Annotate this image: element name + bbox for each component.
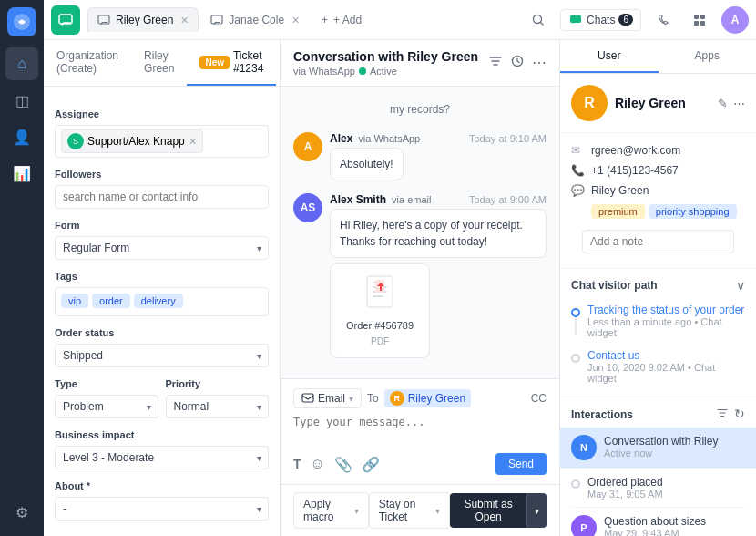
tab-add[interactable]: + + Add (312, 7, 372, 32)
followers-input[interactable] (55, 185, 269, 209)
contact-info: ✉ rgreen@work.com 📞 +1 (415)123-4567 💬 R… (560, 133, 756, 268)
link-icon[interactable]: 🔗 (362, 456, 380, 473)
interactions-title: Interactions (571, 408, 633, 421)
form-label: Form (55, 220, 269, 231)
submit-dropdown-button[interactable]: ▾ (526, 493, 547, 528)
whatsapp-row: 💬 Riley Green (571, 180, 745, 201)
path-link-2[interactable]: Contact us (587, 349, 745, 362)
app-logo[interactable] (7, 7, 36, 36)
path-connector (575, 317, 577, 335)
right-panel-tabs: User Apps (560, 40, 756, 74)
collapse-icon[interactable]: ∨ (736, 278, 745, 293)
user-avatar-top[interactable]: A (721, 6, 749, 34)
interaction-avatar: N (571, 435, 597, 460)
send-button[interactable]: Send (495, 453, 547, 475)
tab-close-btn[interactable]: ✕ (291, 15, 300, 26)
interaction-time: May 31, 9:05 AM (587, 489, 745, 500)
about-select[interactable]: - (55, 497, 269, 521)
reply-cc-button[interactable]: CC (531, 392, 547, 405)
tag-delivery[interactable]: delivery (134, 294, 183, 308)
interactions-list: N Conversation with Riley Active now Ord… (560, 428, 756, 536)
svg-rect-7 (700, 15, 705, 19)
edit-icon[interactable]: ✎ (718, 97, 728, 110)
svg-rect-6 (694, 15, 699, 19)
assignee-label: Assignee (55, 108, 269, 119)
type-select[interactable]: Problem (55, 395, 158, 418)
tab-ticket[interactable]: New Ticket #1234 (187, 40, 276, 86)
path-time-1: Less than a minute ago • Chat widget (587, 316, 745, 338)
interaction-actions: ↻ (716, 407, 745, 422)
tab-label: Riley Green (116, 14, 173, 26)
assignee-field[interactable]: S Support/Alex Knapp ✕ (55, 125, 269, 158)
interaction-item[interactable]: Ordered placed May 31, 9:05 AM (571, 469, 745, 508)
sidebar: ⌂ ◫ 👤 📊 ⚙ (0, 0, 44, 536)
left-panel: Organization (Create) Riley Green New Ti… (44, 40, 281, 536)
contact-more-icon[interactable]: ⋯ (733, 97, 745, 110)
search-button[interactable] (524, 5, 553, 35)
visitor-path-section-header: Chat visitor path ∨ (560, 268, 756, 298)
tabs-bar: Riley Green ✕ Janae Cole ✕ + + Add Chats… (44, 0, 756, 40)
message-header: Alex via WhatsApp Today at 9:10 AM (330, 132, 547, 145)
grid-button[interactable] (685, 5, 714, 35)
tab-user[interactable]: User (560, 40, 659, 73)
sidebar-item-inbox[interactable]: ◫ (5, 84, 38, 117)
stay-chevron-icon: ▾ (435, 506, 440, 516)
conversation-actions: ⋯ (488, 54, 547, 72)
apply-macro-button[interactable]: Apply macro ▾ (293, 492, 369, 529)
chats-button[interactable]: Chats 6 (560, 9, 641, 31)
sidebar-item-home[interactable]: ⌂ (5, 47, 38, 80)
tab-janae-cole[interactable]: Janae Cole ✕ (200, 7, 310, 32)
order-status-label: Order status (55, 327, 269, 338)
path-dot (571, 354, 580, 363)
new-badge: New (199, 56, 230, 69)
message-sender: Alex (330, 132, 352, 145)
tag-vip[interactable]: vip (61, 294, 88, 308)
message-row: A Alex via WhatsApp Today at 9:10 AM Abs… (293, 132, 547, 180)
text-format-icon[interactable]: T (293, 457, 301, 471)
tab-close-btn[interactable]: ✕ (180, 15, 189, 26)
interaction-item-highlighted[interactable]: N Conversation with Riley Active now (560, 428, 756, 469)
interaction-content: Conversation with Riley Active now (604, 435, 745, 459)
submit-button[interactable]: Submit as Open (450, 493, 526, 528)
business-impact-select[interactable]: Level 3 - Moderate (55, 446, 269, 469)
message-time: Today at 9:10 AM (469, 133, 547, 144)
assignee-remove-btn[interactable]: ✕ (189, 136, 197, 148)
interaction-item[interactable]: P Question about sizes May 29, 9:43 AM (571, 508, 745, 536)
filter-interactions-icon[interactable] (716, 407, 729, 422)
tags-field[interactable]: vip order delivery (55, 287, 269, 316)
badge-premium: premium (591, 204, 645, 219)
clock-icon[interactable] (510, 54, 525, 72)
more-icon[interactable]: ⋯ (532, 54, 547, 72)
tag-order[interactable]: order (92, 294, 130, 308)
filter-icon[interactable] (488, 54, 503, 72)
reply-input[interactable] (293, 416, 547, 445)
form-select[interactable]: Regular Form (55, 236, 269, 260)
sidebar-item-contacts[interactable]: 👤 (5, 120, 38, 153)
interactions-section-header: Interactions ↻ (560, 397, 756, 428)
message-bubble: Absolutely! (330, 148, 404, 180)
middle-panel: Conversation with Riley Green via WhatsA… (281, 40, 560, 536)
emoji-icon[interactable]: ☺ (311, 456, 325, 472)
phone-row: 📞 +1 (415)123-4567 (571, 160, 745, 180)
note-input[interactable] (582, 230, 734, 253)
path-link-1[interactable]: Tracking the status of your order (587, 304, 745, 316)
stay-on-ticket-button[interactable]: Stay on Ticket ▾ (369, 492, 451, 529)
interaction-dot (571, 479, 580, 489)
priority-select[interactable]: Normal (166, 395, 270, 418)
order-status-select[interactable]: Shipped (55, 344, 269, 367)
sidebar-item-reports[interactable]: 📊 (5, 157, 38, 190)
tab-apps[interactable]: Apps (659, 40, 757, 73)
sidebar-item-settings[interactable]: ⚙ (5, 496, 38, 529)
phone-button[interactable] (649, 5, 678, 35)
reply-type-button[interactable]: Email ▾ (293, 388, 362, 408)
reply-type-chevron: ▾ (349, 394, 353, 404)
tab-riley[interactable]: Riley Green (131, 40, 187, 86)
tab-organization[interactable]: Organization (Create) (44, 40, 131, 86)
tab-riley-green[interactable]: Riley Green ✕ (87, 7, 199, 32)
refresh-icon[interactable]: ↻ (734, 407, 745, 422)
reply-to-tag[interactable]: R Riley Green (384, 389, 471, 407)
submit-button-group: Submit as Open ▾ (450, 493, 547, 528)
attachment-card[interactable]: Order #456789 PDF (330, 263, 430, 358)
contact-name: Riley Green (615, 96, 686, 110)
attachment-icon[interactable]: 📎 (334, 456, 352, 473)
